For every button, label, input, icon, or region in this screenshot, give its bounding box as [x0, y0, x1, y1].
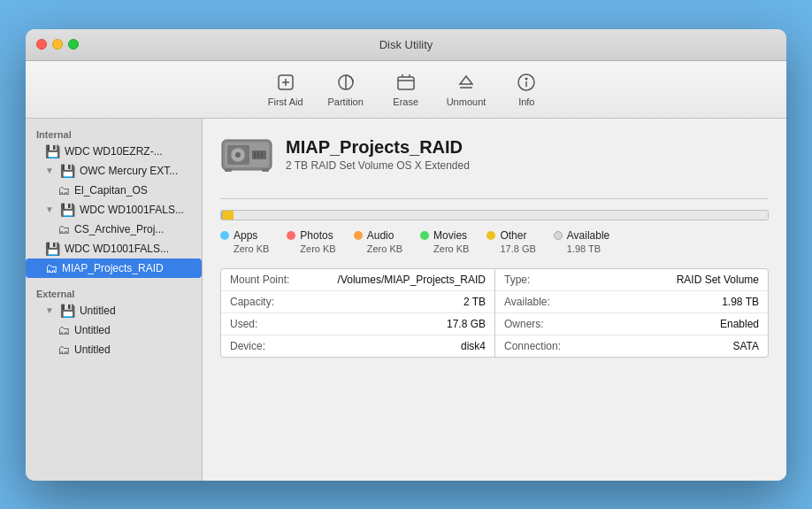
available-val: 1.98 TB: [584, 296, 759, 308]
sidebar-item-ext1a[interactable]: 🗂 Untitled: [26, 320, 202, 340]
unmount-label: Unmount: [447, 96, 486, 107]
legend-apps: Apps Zero KB: [220, 229, 269, 254]
available-key: Available:: [504, 296, 584, 308]
first-aid-icon: [273, 70, 298, 95]
sidebar-item-wdc3[interactable]: 💾 WDC WD1001FALS...: [26, 239, 202, 258]
device-key: Device:: [230, 340, 310, 352]
divider: [220, 198, 769, 199]
movies-value: Zero KB: [433, 243, 469, 254]
info-device: Device: disk4: [221, 335, 494, 357]
disk-icon-csarchive: 🗂: [57, 222, 70, 236]
main-area: Internal 💾 WDC WD10EZRZ-... ▼ 💾 OWC Merc…: [26, 119, 786, 481]
external-section-label: External: [26, 285, 202, 301]
close-button[interactable]: [36, 39, 47, 50]
disk-icon-ext1: 💾: [60, 304, 75, 318]
hdd-icon: [220, 133, 273, 177]
sidebar-item-wdc2-label: WDC WD1001FALS...: [80, 204, 184, 216]
info-type: Type: RAID Set Volume: [495, 269, 768, 291]
disk-icon-wdc3: 💾: [45, 242, 60, 256]
partition-icon: [333, 70, 358, 95]
audio-label: Audio: [367, 229, 395, 242]
erase-label: Erase: [393, 96, 418, 107]
info-capacity: Capacity: 2 TB: [221, 291, 494, 313]
info-button[interactable]: Info: [500, 66, 553, 111]
volume-header: MIAP_Projects_RAID 2 TB RAID Set Volume …: [220, 133, 769, 177]
info-connection: Connection: SATA: [495, 335, 768, 357]
sidebar-item-wdc1[interactable]: 💾 WDC WD10EZRZ-...: [26, 142, 202, 161]
unmount-button[interactable]: Unmount: [440, 66, 494, 111]
zoom-button[interactable]: [68, 39, 79, 50]
legend-apps-row: Apps: [220, 229, 257, 242]
photos-label: Photos: [300, 229, 333, 242]
apps-label: Apps: [234, 229, 257, 242]
mount-point-key: Mount Point:: [230, 274, 310, 286]
info-mount-point: Mount Point: /Volumes/MIAP_Projects_RAID: [221, 269, 494, 291]
other-dot: [486, 231, 495, 240]
sidebar-item-wdc1-label: WDC WD10EZRZ-...: [65, 145, 163, 158]
sidebar-item-miap-label: MIAP_Projects_RAID: [62, 262, 164, 274]
owners-key: Owners:: [504, 318, 584, 330]
partition-button[interactable]: Partition: [319, 66, 372, 111]
apps-value: Zero KB: [234, 243, 269, 254]
sidebar-item-elcapitan[interactable]: 🗂 El_Capitan_OS: [26, 181, 202, 200]
legend-available: Available 1.98 TB: [554, 229, 609, 254]
bar-other: [223, 211, 233, 220]
disclosure-wdc2: ▼: [45, 204, 54, 214]
disclosure-owc: ▼: [45, 166, 54, 175]
audio-value: Zero KB: [367, 243, 402, 254]
sidebar-item-wdc2[interactable]: ▼ 💾 WDC WD1001FALS...: [26, 200, 202, 220]
type-key: Type:: [504, 274, 584, 286]
minimize-button[interactable]: [52, 39, 63, 50]
available-label: Available: [567, 229, 609, 242]
external-section: External ▼ 💾 Untitled 🗂 Untitled 🗂 Untit…: [26, 285, 202, 359]
internal-section-label: Internal: [26, 126, 202, 142]
disk-icon-elcapitan: 🗂: [57, 183, 70, 197]
info-grid: Mount Point: /Volumes/MIAP_Projects_RAID…: [220, 268, 769, 358]
connection-val: SATA: [584, 340, 759, 352]
sidebar-item-ext1b[interactable]: 🗂 Untitled: [26, 340, 202, 359]
svg-rect-20: [254, 152, 256, 158]
sidebar-item-csarchive[interactable]: 🗂 CS_Archive_Proj...: [26, 220, 202, 239]
legend-movies-row: Movies: [420, 229, 467, 242]
other-label: Other: [500, 229, 526, 242]
disk-icon-wdc2: 💾: [60, 203, 75, 217]
content-panel: MIAP_Projects_RAID 2 TB RAID Set Volume …: [203, 119, 786, 481]
window-title: Disk Utility: [379, 38, 433, 51]
sidebar-item-wdc3-label: WDC WD1001FALS...: [65, 243, 169, 255]
sidebar-item-elcapitan-label: El_Capitan_OS: [74, 184, 148, 197]
erase-button[interactable]: Erase: [379, 66, 433, 111]
svg-marker-9: [460, 76, 472, 84]
traffic-lights: [36, 39, 79, 50]
info-owners: Owners: Enabled: [495, 313, 768, 335]
disk-icon-ext1a: 🗂: [57, 323, 70, 337]
sidebar-item-ext1[interactable]: ▼ 💾 Untitled: [26, 301, 202, 320]
photos-value: Zero KB: [300, 243, 335, 254]
used-val: 17.8 GB: [310, 318, 486, 330]
bar-available: [234, 211, 768, 220]
photos-dot: [287, 231, 295, 240]
partition-label: Partition: [327, 96, 363, 107]
svg-rect-24: [262, 168, 269, 172]
first-aid-button[interactable]: First Aid: [259, 66, 312, 111]
owners-val: Enabled: [584, 318, 759, 330]
svg-point-18: [235, 152, 241, 158]
mount-point-val: /Volumes/MIAP_Projects_RAID: [310, 274, 486, 286]
sidebar-item-miap[interactable]: 🗂 MIAP_Projects_RAID: [26, 258, 202, 278]
legend-photos-row: Photos: [287, 229, 333, 242]
unmount-icon: [454, 70, 479, 95]
legend-movies: Movies Zero KB: [420, 229, 469, 254]
svg-point-13: [526, 78, 528, 80]
connection-key: Connection:: [504, 340, 584, 352]
legend-photos: Photos Zero KB: [287, 229, 335, 254]
capacity-val: 2 TB: [310, 296, 486, 308]
disk-icon: 💾: [45, 144, 60, 158]
first-aid-label: First Aid: [268, 96, 303, 107]
disk-icon-miap: 🗂: [45, 261, 57, 275]
storage-bar-container: Apps Zero KB Photos Zero KB: [220, 210, 769, 254]
disk-icon-owc: 💾: [60, 164, 75, 178]
legend-audio-row: Audio: [354, 229, 395, 242]
volume-name: MIAP_Projects_RAID: [286, 137, 470, 158]
audio-dot: [354, 231, 363, 240]
info-label: Info: [518, 96, 534, 107]
sidebar-item-owc[interactable]: ▼ 💾 OWC Mercury EXT...: [26, 161, 202, 181]
